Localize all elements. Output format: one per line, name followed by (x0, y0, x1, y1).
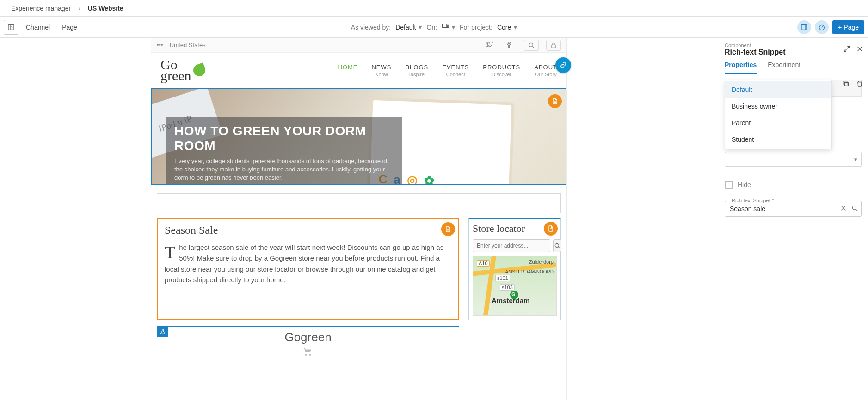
locator-content-icon[interactable] (544, 222, 558, 236)
nav-blogs[interactable]: BLOGSInspire (405, 64, 428, 77)
experiment-badge-icon (157, 327, 168, 337)
leaf-icon (191, 62, 207, 78)
tab-experiment[interactable]: Experiment (768, 61, 800, 74)
breadcrumb-sep: › (78, 5, 80, 12)
viewed-by-label: As viewed by: (351, 24, 391, 31)
season-body: The largest season sale of the year will… (165, 242, 451, 285)
nav-sub: Our Story (534, 72, 557, 77)
svg-point-8 (529, 43, 533, 47)
variant-delete-icon[interactable] (856, 80, 863, 89)
nav-news[interactable]: NEWSKnow (371, 64, 391, 77)
site-header: Go green HOME NEWSKnow BLOGSInspire EVEN… (151, 53, 566, 88)
topbar-lock-icon[interactable] (546, 40, 561, 51)
store-locator-component[interactable]: Store locator A10 Zuiderdorp AMSTERDAM-N… (468, 218, 561, 320)
topbar-country[interactable]: United States (170, 42, 206, 48)
page-menu[interactable]: Page (57, 21, 82, 34)
svg-line-28 (856, 209, 857, 211)
svg-rect-23 (844, 82, 848, 86)
preview-metrics-icon[interactable] (815, 20, 829, 34)
editor-toolbar: Channel Page As viewed by: Default ▾ On:… (0, 17, 868, 38)
variant-option-default[interactable]: Default (725, 81, 831, 98)
svg-rect-2 (442, 24, 446, 27)
nav-products[interactable]: PRODUCTSDiscover (483, 64, 520, 77)
map-badge-a10: A10 (477, 260, 490, 267)
chevron-down-icon: ▾ (854, 156, 857, 163)
gogreen-component[interactable]: Gogreen (157, 326, 459, 361)
add-page-label: Page (843, 24, 859, 31)
gogreen-title: Gogreen (157, 330, 459, 345)
add-page-button[interactable]: + Page (832, 20, 864, 34)
hero-banner[interactable]: iPod и iP Ca◎✿ HOW TO GREEN YOUR DORM RO… (151, 88, 566, 185)
variant-copy-icon[interactable] (842, 80, 850, 89)
map-badge-s101: s101 (495, 275, 510, 281)
panel-close-icon[interactable] (856, 45, 863, 55)
viewed-by-caret-icon[interactable]: ▾ (419, 24, 422, 31)
hide-checkbox[interactable] (725, 181, 733, 189)
breadcrumb: Experience manager › US Website (0, 0, 868, 17)
variant-option-parent[interactable]: Parent (725, 115, 831, 131)
properties-panel: Component Rich-text Snippet Properties E… (718, 38, 868, 400)
panel-expand-icon[interactable] (843, 45, 850, 55)
collapsed-select[interactable]: ▾ (725, 152, 862, 167)
svg-rect-4 (801, 24, 807, 30)
nav-label: NEWS (371, 64, 391, 71)
device-icon[interactable] (442, 23, 449, 31)
twitter-icon[interactable] (482, 41, 497, 49)
svg-point-15 (555, 243, 559, 247)
project-value[interactable]: Core (497, 24, 511, 31)
nav-sub: Discover (483, 72, 520, 77)
svg-line-19 (847, 47, 850, 49)
link-fab-icon[interactable] (555, 57, 571, 73)
locator-address-input[interactable] (473, 239, 550, 252)
svg-rect-0 (8, 24, 14, 30)
project-caret-icon[interactable]: ▾ (514, 24, 517, 31)
hero-body: Every year, college students generate th… (174, 157, 394, 182)
nav-events[interactable]: EVENTSConnect (442, 64, 469, 77)
tab-properties[interactable]: Properties (725, 61, 757, 74)
variant-dropdown: Default Business owner Parent Student (725, 80, 832, 149)
map-city-label: Amsterdam (492, 297, 530, 304)
season-dropcap: T (165, 242, 179, 260)
nav-label: EVENTS (442, 64, 469, 71)
toggle-sidebar-icon[interactable] (4, 20, 18, 35)
hero-content-icon[interactable] (548, 94, 562, 108)
season-heading: Season Sale (165, 224, 451, 236)
breadcrumb-current[interactable]: US Website (88, 5, 123, 12)
breadcrumb-root[interactable]: Experience manager (11, 5, 71, 12)
season-text: he largest season sale of the year will … (165, 243, 443, 284)
hide-label: Hide (738, 181, 751, 188)
locator-map[interactable]: A10 Zuiderdorp AMSTERDAM-NOORD s101 s103… (473, 256, 557, 316)
nav-home[interactable]: HOME (338, 64, 357, 72)
svg-rect-24 (843, 81, 847, 85)
variant-option-student[interactable]: Student (725, 131, 831, 148)
nav-sub: Connect (442, 72, 469, 77)
site-topbar: ••• United States (151, 38, 566, 53)
topbar-search-icon[interactable] (524, 40, 539, 51)
plus-icon: + (838, 24, 842, 31)
nav-label: ABOUT (534, 64, 557, 71)
components-panel-icon[interactable] (797, 20, 811, 34)
viewed-by-value[interactable]: Default (395, 24, 416, 31)
season-sale-component[interactable]: Season Sale The largest season sale of t… (157, 218, 459, 320)
facebook-icon[interactable] (502, 41, 517, 49)
nav-sub: Inspire (405, 72, 428, 77)
nav-about[interactable]: ABOUTOur Story (534, 64, 557, 77)
hide-row[interactable]: Hide (725, 181, 862, 189)
empty-dropzone[interactable] (157, 193, 561, 213)
season-content-icon[interactable] (441, 222, 455, 236)
locator-search-button[interactable] (553, 239, 561, 252)
snippet-clear-icon[interactable] (840, 205, 847, 213)
panel-eyebrow: Component (725, 42, 862, 48)
variant-option-business-owner[interactable]: Business owner (725, 98, 831, 115)
snippet-input[interactable] (730, 205, 835, 212)
channel-menu[interactable]: Channel (21, 21, 55, 34)
panel-title: Rich-text Snippet (725, 48, 862, 56)
site-logo[interactable]: Go green (160, 58, 205, 83)
preview-canvas: ➜ ••• United States (0, 38, 718, 400)
device-caret-icon[interactable]: ▾ (452, 24, 455, 31)
topbar-menu-icon[interactable]: ••• (157, 42, 163, 48)
map-label-zuid: Zuiderdorp (529, 259, 554, 265)
snippet-search-icon[interactable] (851, 205, 858, 213)
svg-point-27 (852, 206, 856, 210)
snippet-field-label: Rich-text Snippet * (730, 198, 776, 203)
